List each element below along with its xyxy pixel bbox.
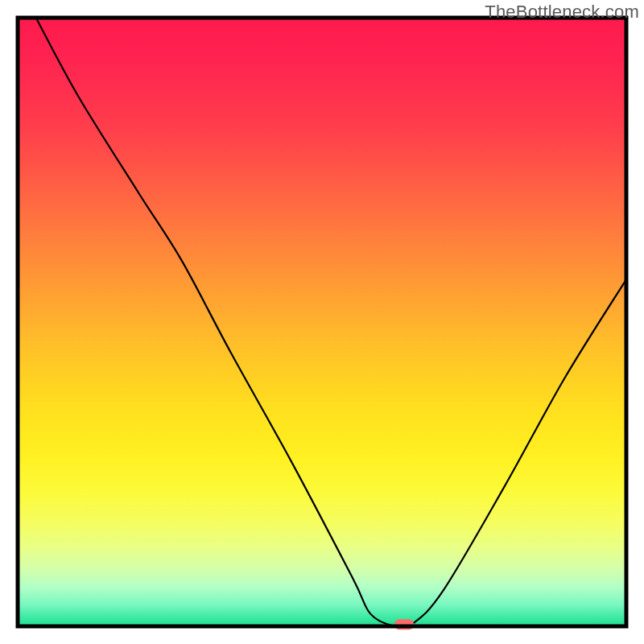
bottleneck-chart: TheBottleneck.com [0, 0, 644, 644]
watermark-text: TheBottleneck.com [485, 2, 639, 23]
plot-background [18, 18, 626, 626]
chart-svg [0, 0, 644, 644]
